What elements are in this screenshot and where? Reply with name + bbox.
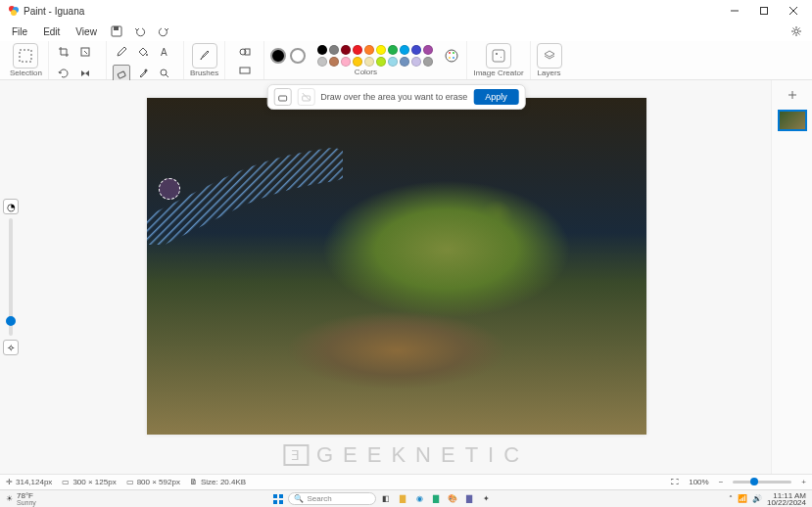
color-swatch[interactable]: [423, 45, 433, 55]
svg-rect-4: [761, 8, 768, 15]
task-view-icon[interactable]: ◧: [379, 492, 393, 506]
color-swatch[interactable]: [364, 45, 374, 55]
color-swatch[interactable]: [411, 45, 421, 55]
tray-chevron-icon[interactable]: ˄: [729, 494, 733, 503]
color-swatch[interactable]: [376, 45, 386, 55]
edge-icon[interactable]: ◉: [412, 492, 426, 506]
color-swatch[interactable]: [388, 45, 398, 55]
zoom-in-button[interactable]: +: [801, 478, 806, 486]
svg-line-17: [166, 74, 168, 77]
text-icon[interactable]: A: [156, 43, 173, 61]
outline-icon[interactable]: [236, 63, 254, 80]
color-foreground[interactable]: [270, 48, 286, 64]
fit-screen-icon[interactable]: ⛶: [671, 478, 679, 486]
menu-file[interactable]: File: [4, 22, 35, 41]
start-button[interactable]: [271, 492, 285, 506]
zoom-slider[interactable]: [733, 481, 791, 484]
svg-rect-35: [273, 500, 277, 504]
edit-colors-icon[interactable]: [443, 47, 460, 65]
minimize-button[interactable]: [720, 0, 749, 22]
selection-tool[interactable]: [13, 43, 38, 69]
store-icon[interactable]: ▇: [429, 492, 443, 506]
rail-extra-button[interactable]: ✧: [3, 340, 19, 355]
svg-point-22: [449, 52, 451, 54]
brush-size-icon[interactable]: ◔: [3, 199, 19, 214]
resize-icon[interactable]: [76, 43, 94, 61]
layer-thumbnail[interactable]: [778, 110, 807, 131]
pencil-icon[interactable]: [113, 43, 130, 61]
tray-volume-icon[interactable]: 🔊: [752, 494, 762, 503]
taskbar-weather[interactable]: ☀ 78°F Sunny: [6, 492, 36, 506]
status-file-size: 🗎 Size: 20.4KB: [190, 478, 246, 486]
color-swatch[interactable]: [329, 57, 339, 67]
status-canvas-size: ▭ 800 × 592px: [126, 478, 180, 486]
taskbar-search[interactable]: 🔍Search: [288, 492, 376, 505]
color-swatch[interactable]: [400, 45, 409, 55]
brushes-button[interactable]: [192, 43, 217, 69]
statusbar: ✛ 314,124px ▭ 300 × 125px ▭ 800 × 592px …: [0, 474, 812, 489]
svg-rect-34: [279, 494, 283, 498]
erase-add-icon[interactable]: [273, 88, 291, 106]
maximize-button[interactable]: [749, 0, 779, 22]
close-button[interactable]: [779, 0, 808, 22]
zoom-out-button[interactable]: −: [719, 478, 724, 486]
svg-rect-10: [20, 50, 31, 62]
color-swatch[interactable]: [353, 57, 362, 67]
tray-wifi-icon[interactable]: 📶: [738, 494, 747, 503]
ribbon-group-layers: Layers: [531, 41, 568, 79]
color-swatch[interactable]: [364, 57, 374, 67]
explorer-icon[interactable]: ▇: [396, 492, 409, 506]
paint-taskbar-icon[interactable]: 🎨: [446, 492, 459, 506]
color-swatch[interactable]: [341, 57, 351, 67]
color-background[interactable]: [290, 48, 306, 64]
crop-icon[interactable]: [55, 43, 72, 61]
svg-point-12: [146, 54, 148, 56]
left-rail: ◔ ✧: [0, 80, 22, 474]
search-placeholder: Search: [307, 494, 331, 503]
svg-rect-14: [118, 71, 125, 78]
color-swatch[interactable]: [388, 57, 398, 67]
erase-hint-text: Draw over the area you want to erase: [320, 92, 467, 102]
menu-edit[interactable]: Edit: [35, 22, 68, 41]
color-swatch[interactable]: [376, 57, 386, 67]
settings-icon[interactable]: [787, 22, 806, 41]
svg-point-23: [453, 52, 454, 54]
ribbon-label-image-creator: Image Creator: [473, 69, 523, 77]
svg-rect-8: [114, 26, 119, 30]
menu-view[interactable]: View: [68, 22, 105, 41]
svg-rect-27: [278, 96, 286, 101]
svg-point-21: [446, 50, 457, 62]
color-swatch[interactable]: [341, 45, 351, 55]
save-icon[interactable]: [107, 22, 126, 41]
redo-icon[interactable]: [154, 22, 173, 41]
color-swatch[interactable]: [353, 45, 362, 55]
fill-icon[interactable]: [134, 43, 152, 61]
erase-remove-icon[interactable]: [297, 88, 314, 106]
color-swatch[interactable]: [329, 45, 339, 55]
color-swatch[interactable]: [411, 57, 421, 67]
add-layer-icon[interactable]: [784, 86, 801, 104]
undo-icon[interactable]: [130, 22, 150, 41]
svg-rect-33: [273, 494, 277, 498]
color-swatch[interactable]: [423, 57, 433, 67]
layers-panel: [771, 80, 812, 474]
brush-size-slider[interactable]: [9, 218, 13, 336]
svg-point-15: [144, 69, 147, 72]
weather-temp: 78°F: [17, 492, 36, 499]
ribbon-label-selection: Selection: [10, 69, 42, 77]
status-cursor-pos: ✛ 314,124px: [6, 478, 52, 486]
teams-icon[interactable]: ▇: [462, 492, 476, 506]
color-swatch[interactable]: [317, 57, 327, 67]
apply-button[interactable]: Apply: [473, 89, 519, 105]
shapes-icon[interactable]: [236, 43, 254, 61]
search-icon: 🔍: [294, 494, 304, 503]
canvas[interactable]: [147, 98, 646, 435]
svg-rect-36: [279, 500, 283, 504]
color-swatch[interactable]: [317, 45, 327, 55]
zoom-value: 100%: [689, 478, 708, 486]
ribbon-group-selection: Selection: [4, 41, 49, 79]
image-creator-button[interactable]: [486, 43, 511, 69]
color-swatch[interactable]: [400, 57, 409, 67]
layers-button[interactable]: [537, 43, 562, 69]
copilot-icon[interactable]: ✦: [479, 492, 493, 506]
